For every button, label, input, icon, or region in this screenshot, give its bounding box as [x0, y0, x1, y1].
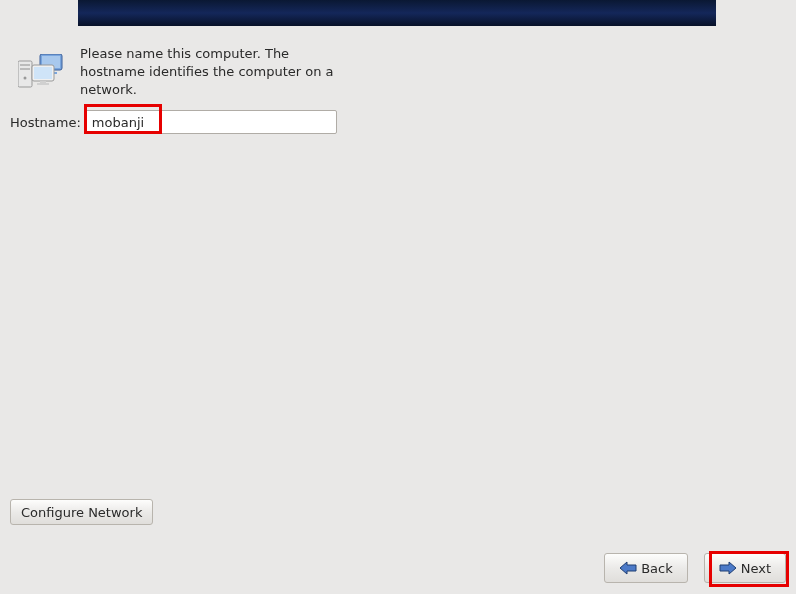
configure-network-label: Configure Network	[21, 505, 142, 520]
next-button[interactable]: Next	[704, 553, 786, 583]
svg-rect-11	[37, 83, 49, 85]
svg-rect-5	[20, 64, 30, 66]
svg-point-7	[24, 77, 27, 80]
arrow-right-icon	[719, 561, 737, 575]
header-banner	[78, 0, 716, 26]
svg-rect-10	[40, 81, 46, 83]
configure-network-button[interactable]: Configure Network	[10, 499, 153, 525]
arrow-left-icon	[619, 561, 637, 575]
navigation-bar: Back Next	[604, 553, 786, 583]
next-label: Next	[741, 561, 771, 576]
back-button[interactable]: Back	[604, 553, 688, 583]
hostname-input[interactable]	[85, 110, 337, 134]
instruction-text: Please name this computer. The hostname …	[80, 45, 340, 100]
svg-rect-9	[34, 67, 52, 79]
hostname-label: Hostname:	[10, 115, 81, 130]
hostname-row: Hostname:	[10, 110, 337, 134]
network-computer-icon	[18, 54, 66, 90]
back-label: Back	[641, 561, 673, 576]
svg-rect-6	[20, 68, 30, 70]
